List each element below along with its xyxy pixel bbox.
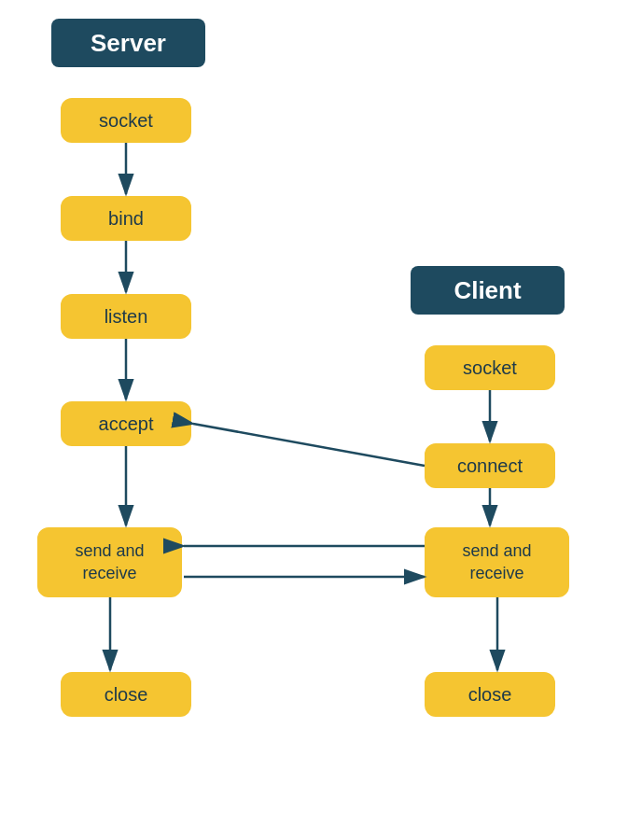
diagram-container: Server Client socket bind listen accept … (0, 0, 642, 840)
server-header: Server (51, 19, 205, 67)
server-bind-box: bind (61, 196, 191, 241)
server-send-receive-box: send and receive (37, 527, 182, 597)
client-header: Client (411, 266, 565, 315)
server-accept-box: accept (61, 401, 191, 446)
client-connect-box: connect (425, 443, 555, 488)
server-socket-box: socket (61, 98, 191, 143)
server-listen-box: listen (61, 294, 191, 339)
client-close-box: close (425, 672, 555, 717)
client-send-receive-box: send and receive (425, 527, 569, 597)
server-close-box: close (61, 672, 191, 717)
arrow-connect-to-accept (193, 424, 425, 466)
client-socket-box: socket (425, 345, 555, 390)
